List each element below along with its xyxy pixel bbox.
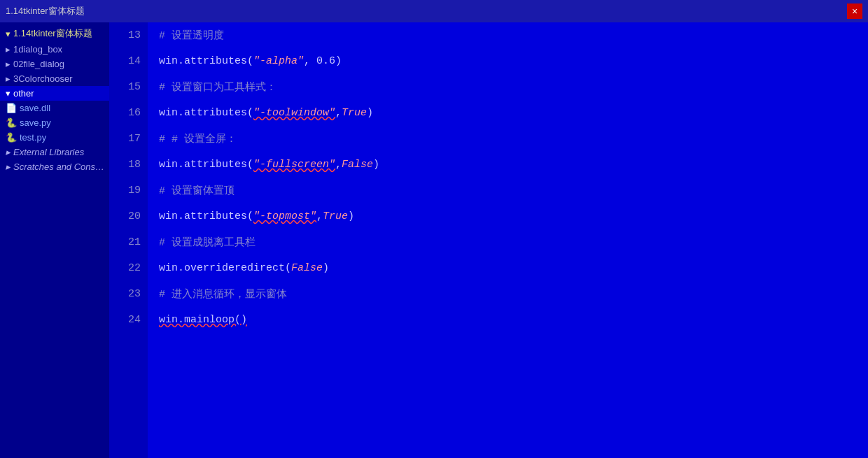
code-bool-22: False bbox=[291, 262, 323, 274]
code-string-16: "-toolwindow" bbox=[253, 107, 335, 119]
code-panel: 13 14 15 16 17 18 19 20 21 22 23 24 # 设置… bbox=[109, 22, 868, 458]
code-string-14: "-alpha" bbox=[253, 55, 304, 67]
code-bool-18: False bbox=[342, 159, 373, 171]
code-line-19: # 设置窗体置顶 bbox=[148, 178, 868, 203]
sidebar-item-save-py[interactable]: 🐍 save.py bbox=[0, 115, 109, 130]
folder-icon: ▸ bbox=[6, 44, 10, 55]
file-icon: 🐍 bbox=[6, 117, 17, 128]
code-text-16b: , bbox=[335, 107, 342, 119]
code-text-22a: win.overrideredirect( bbox=[159, 262, 291, 274]
code-text-18b: , bbox=[335, 159, 342, 171]
file-icon: 🐍 bbox=[6, 132, 17, 143]
code-comment-13: # 设置透明度 bbox=[159, 29, 224, 42]
line-num-23: 23 bbox=[109, 281, 148, 307]
code-string-18: "-fullscreen" bbox=[253, 159, 335, 171]
folder-icon: ▾ bbox=[6, 88, 10, 99]
line-num-14: 14 bbox=[109, 48, 148, 74]
code-bool-16: True bbox=[342, 107, 367, 119]
code-text-20a: win.attributes( bbox=[159, 210, 253, 222]
file-icon: 📄 bbox=[6, 103, 17, 113]
sidebar: ▾ 1.14tkinter窗体标题 ▸ 1dialog_box ▸ 02file… bbox=[0, 22, 109, 458]
folder-icon: ▸ bbox=[6, 59, 10, 69]
code-text-18c: ) bbox=[373, 159, 379, 171]
line-num-22: 22 bbox=[109, 255, 148, 281]
code-line-22: win.overrideredirect(False) bbox=[148, 255, 868, 281]
sidebar-item-dialog-box[interactable]: ▸ 1dialog_box bbox=[0, 42, 109, 57]
line-num-21: 21 bbox=[109, 229, 148, 255]
code-comment-15: # 设置窗口为工具样式： bbox=[159, 80, 276, 94]
code-comment-19: # 设置窗体置顶 bbox=[159, 184, 234, 197]
sidebar-item-file-dialog[interactable]: ▸ 02file_dialog bbox=[0, 57, 109, 71]
folder-icon: ▸ bbox=[6, 147, 10, 157]
code-line-21: # 设置成脱离工具栏 bbox=[148, 229, 868, 255]
code-comment-21: # 设置成脱离工具栏 bbox=[159, 236, 255, 249]
code-text-20c: ) bbox=[348, 210, 354, 222]
code-text-20b: , bbox=[316, 210, 323, 222]
code-line-14: win.attributes("-alpha", 0.6) bbox=[148, 48, 868, 74]
code-comment-23: # 进入消息循环，显示窗体 bbox=[159, 287, 287, 301]
code-text-16a: win.attributes( bbox=[159, 107, 253, 119]
sidebar-item-scratches[interactable]: ▸ Scratches and Cons… bbox=[0, 159, 109, 174]
sidebar-item-save-dll[interactable]: 📄 save.dll bbox=[0, 101, 109, 115]
sidebar-item-colorchooser[interactable]: ▸ 3Colorchooser bbox=[0, 71, 109, 86]
line-num-24: 24 bbox=[109, 307, 148, 333]
sidebar-item-external-libraries[interactable]: ▸ External Libraries bbox=[0, 145, 109, 159]
code-line-23: # 进入消息循环，显示窗体 bbox=[148, 281, 868, 307]
code-string-20: "-topmost" bbox=[253, 210, 316, 222]
code-text-14b: , 0.6) bbox=[304, 55, 342, 67]
code-comment-17: # # 设置全屏： bbox=[159, 132, 237, 145]
code-text-22b: ) bbox=[323, 262, 329, 274]
code-line-20: win.attributes("-topmost", True) bbox=[148, 203, 868, 229]
code-line-18: win.attributes("-fullscreen", False) bbox=[148, 152, 868, 178]
sidebar-item-tkinter[interactable]: ▾ 1.14tkinter窗体标题 bbox=[0, 25, 109, 42]
close-button[interactable]: × bbox=[847, 3, 862, 19]
folder-icon: ▸ bbox=[6, 162, 10, 172]
code-line-17: # # 设置全屏： bbox=[148, 126, 868, 152]
code-text-18a: win.attributes( bbox=[159, 159, 253, 171]
line-num-17: 17 bbox=[109, 126, 148, 152]
line-num-18: 18 bbox=[109, 152, 148, 178]
code-line-15: # 设置窗口为工具样式： bbox=[148, 74, 868, 100]
code-bool-20: True bbox=[323, 210, 348, 222]
code-text-24: win.mainloop() bbox=[159, 314, 247, 326]
code-line-24: win.mainloop() bbox=[148, 307, 868, 333]
folder-icon: ▾ bbox=[6, 29, 10, 39]
line-num-15: 15 bbox=[109, 74, 148, 100]
line-num-20: 20 bbox=[109, 203, 148, 229]
code-line-13: # 设置透明度 bbox=[148, 22, 868, 48]
folder-icon: ▸ bbox=[6, 73, 10, 84]
code-text-16c: ) bbox=[367, 107, 373, 119]
sidebar-item-other[interactable]: ▾ other bbox=[0, 86, 109, 101]
line-num-13: 13 bbox=[109, 22, 148, 48]
title-bar: 1.14tkinter窗体标题 × bbox=[0, 0, 868, 22]
code-text-14a: win.attributes( bbox=[159, 55, 253, 67]
main-window: 1.14tkinter窗体标题 × ▾ 1.14tkinter窗体标题 ▸ 1d… bbox=[0, 0, 868, 458]
sidebar-item-test-py[interactable]: 🐍 test.py bbox=[0, 130, 109, 145]
window-title: 1.14tkinter窗体标题 bbox=[6, 5, 85, 17]
code-content[interactable]: # 设置透明度 win.attributes("-alpha", 0.6) # … bbox=[148, 22, 868, 458]
code-line-16: win.attributes("-toolwindow", True) bbox=[148, 100, 868, 126]
line-num-16: 16 bbox=[109, 100, 148, 126]
line-num-19: 19 bbox=[109, 178, 148, 203]
content-area: ▾ 1.14tkinter窗体标题 ▸ 1dialog_box ▸ 02file… bbox=[0, 22, 868, 458]
line-numbers: 13 14 15 16 17 18 19 20 21 22 23 24 bbox=[109, 22, 148, 458]
